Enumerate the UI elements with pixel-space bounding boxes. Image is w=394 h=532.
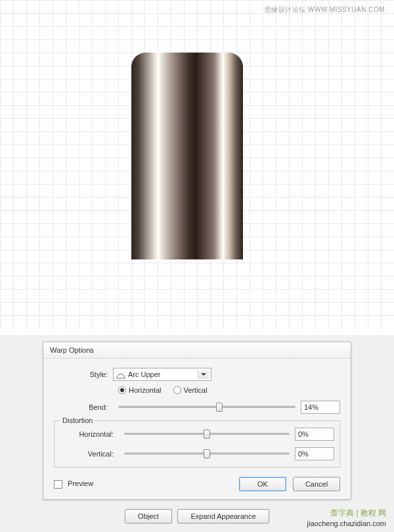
- artboard-canvas[interactable]: 思缘设计论坛 WWW.MISSYUAN.COM: [0, 0, 394, 328]
- distortion-fieldset: Distortion Horizontal: 0% Vertical:: [54, 420, 340, 468]
- v-distortion-input[interactable]: 0%: [295, 447, 334, 460]
- preview-checkbox[interactable]: Preview: [54, 479, 93, 489]
- watermark-top: 思缘设计论坛 WWW.MISSYUAN.COM: [265, 5, 385, 14]
- watermark-bottom-sub: jiaocheng.chazidian.com: [307, 519, 386, 528]
- expand-appearance-button[interactable]: Expand Appearance: [177, 509, 269, 523]
- radio-horizontal[interactable]: Horizontal: [118, 386, 162, 394]
- slider-thumb[interactable]: [216, 403, 223, 412]
- v-distortion-slider[interactable]: [124, 447, 290, 460]
- h-distortion-slider[interactable]: [124, 428, 290, 441]
- slider-thumb[interactable]: [204, 430, 210, 439]
- distortion-label: Distortion: [60, 416, 95, 424]
- bend-input[interactable]: 14%: [301, 401, 340, 414]
- style-label: Style:: [54, 370, 113, 378]
- watermark-bottom: 查字典 | 教程 网 jiaocheng.chazidian.com: [307, 508, 386, 528]
- warp-options-dialog: Warp Options Style: Arc Upper Horizontal: [43, 342, 351, 500]
- radio-icon: [173, 386, 181, 394]
- ok-button[interactable]: OK: [239, 477, 286, 491]
- chevron-down-icon: [201, 373, 206, 376]
- bend-label: Bend:: [54, 403, 113, 411]
- preview-label: Preview: [68, 479, 93, 487]
- watermark-bottom-main: 查字典 | 教程 网: [307, 508, 386, 519]
- object-button[interactable]: Object: [125, 509, 172, 523]
- radio-vertical[interactable]: Vertical: [173, 386, 208, 394]
- dialog-title: Warp Options: [43, 342, 351, 359]
- bend-slider[interactable]: [118, 401, 296, 414]
- dialog-area: Warp Options Style: Arc Upper Horizontal: [0, 335, 394, 532]
- style-value: Arc Upper: [128, 370, 161, 378]
- cancel-button[interactable]: Cancel: [293, 477, 340, 491]
- cylinder-shape[interactable]: [131, 53, 243, 259]
- radio-vertical-label: Vertical: [184, 386, 208, 394]
- style-dropdown[interactable]: Arc Upper: [113, 368, 211, 381]
- checkbox-icon: [54, 480, 62, 489]
- h-distortion-label: Horizontal:: [60, 430, 119, 438]
- slider-thumb[interactable]: [204, 449, 210, 458]
- h-distortion-input[interactable]: 0%: [295, 428, 334, 441]
- v-distortion-label: Vertical:: [60, 450, 119, 458]
- radio-horizontal-label: Horizontal: [129, 386, 162, 394]
- radio-icon: [118, 386, 126, 394]
- arc-upper-icon: [116, 370, 125, 379]
